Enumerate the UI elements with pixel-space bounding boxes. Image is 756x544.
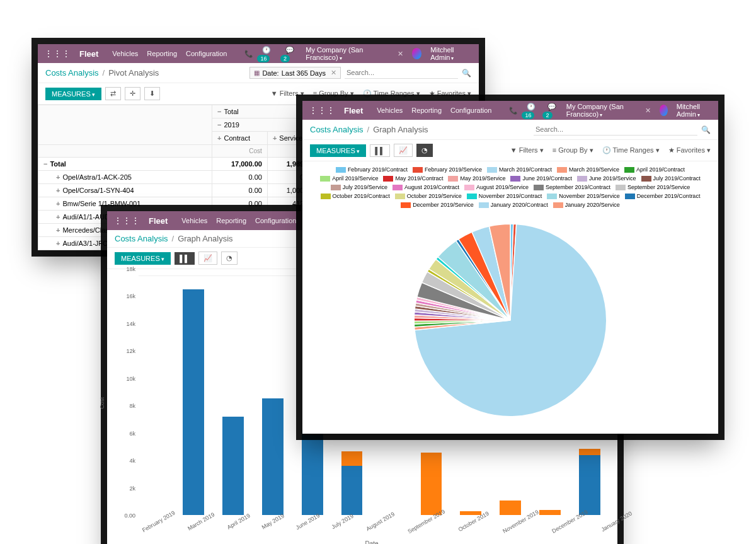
expand-button[interactable]: ✛ xyxy=(125,87,140,100)
y-axis: 0.002k4k6k8k10k12k14k16k18k xyxy=(113,275,135,522)
brand[interactable]: Fleet xyxy=(344,106,363,115)
favorites-menu[interactable]: ★ Favorites ▾ xyxy=(668,146,711,154)
nav-reporting[interactable]: Reporting xyxy=(147,50,177,57)
company-selector[interactable]: My Company (San Francisco)▾ xyxy=(566,103,636,118)
nav-configuration[interactable]: Configuration xyxy=(450,107,491,114)
search-input[interactable] xyxy=(534,124,697,136)
measures-button[interactable]: MEASURES xyxy=(310,144,366,157)
search-icon[interactable]: 🔍 xyxy=(701,125,711,134)
breadcrumb: Costs Analysis / Graph Analysis 🔍 xyxy=(302,120,718,140)
user-menu[interactable]: Mitchell Admin▾ xyxy=(430,46,472,61)
flip-axis-button[interactable]: ⇄ xyxy=(105,87,121,100)
legend-item[interactable]: December 2019/Service xyxy=(401,202,474,208)
controls-row: MEASURES ▌▌ 📈 ◔ ▼ Filters ▾ ≡ Group By ▾… xyxy=(302,140,718,161)
pie-chart-button[interactable]: ◔ xyxy=(221,252,238,265)
legend-item[interactable]: November 2019/Service xyxy=(547,193,620,199)
legend-item[interactable]: July 2019/Service xyxy=(331,184,387,190)
bar-group[interactable] xyxy=(258,276,288,515)
topbar: ⋮⋮⋮ Fleet Vehicles Reporting Configurati… xyxy=(38,44,479,63)
measures-button[interactable]: MEASURES xyxy=(115,252,171,265)
legend-item[interactable]: March 2019/Contract xyxy=(487,166,552,173)
pie-svg xyxy=(410,219,611,421)
search-icon[interactable]: 🔍 xyxy=(462,69,471,78)
groupby-menu[interactable]: ≡ Group By ▾ xyxy=(553,146,593,154)
clock-icon[interactable]: 🕐16 xyxy=(262,46,277,62)
close-icon[interactable]: ✕ xyxy=(398,50,403,58)
nav-reporting[interactable]: Reporting xyxy=(216,217,246,224)
bar-chart-button[interactable]: ▌▌ xyxy=(370,144,390,157)
nav-reporting[interactable]: Reporting xyxy=(411,107,442,114)
timeranges-menu[interactable]: 🕐 Time Ranges ▾ xyxy=(363,90,420,98)
pie-legend: February 2019/ContractFebruary 2019/Serv… xyxy=(302,161,718,213)
chat-icon[interactable]: 💬2 xyxy=(547,103,557,119)
calendar-icon: ▦ xyxy=(254,69,260,76)
legend-item[interactable]: February 2019/Service xyxy=(413,166,482,173)
line-chart-button[interactable]: 📈 xyxy=(198,252,217,265)
legend-item[interactable]: November 2019/Contract xyxy=(467,193,542,199)
breadcrumb-current: Pivot Analysis xyxy=(108,68,159,78)
legend-item[interactable]: May 2019/Service xyxy=(448,175,505,182)
legend-item[interactable]: August 2019/Service xyxy=(464,184,529,190)
legend-item[interactable]: July 2019/Contract xyxy=(641,175,701,182)
filters-menu[interactable]: ▼ Filters ▾ xyxy=(271,90,304,98)
close-icon[interactable]: ✕ xyxy=(645,107,651,115)
user-menu[interactable]: Mitchell Admin▾ xyxy=(677,103,712,118)
bar-chart-button[interactable]: ▌▌ xyxy=(175,252,195,265)
chip-remove-icon[interactable]: ✕ xyxy=(331,69,336,77)
filters-menu[interactable]: ▼ Filters ▾ xyxy=(510,146,544,154)
y-axis-label: Cost xyxy=(99,397,105,409)
x-axis: February 2019March 2019April 2019May 201… xyxy=(139,519,605,525)
breadcrumb-root[interactable]: Costs Analysis xyxy=(310,125,364,134)
legend-item[interactable]: September 2019/Contract xyxy=(534,184,610,190)
breadcrumb-current: Graph Analysis xyxy=(373,125,428,134)
nav-vehicles[interactable]: Vehicles xyxy=(112,50,138,57)
line-chart-button[interactable]: 📈 xyxy=(394,144,413,157)
legend-item[interactable]: February 2019/Contract xyxy=(336,166,408,173)
search-input[interactable] xyxy=(345,67,458,79)
nav-vehicles[interactable]: Vehicles xyxy=(377,107,403,114)
bar-group[interactable] xyxy=(218,276,248,515)
measures-button[interactable]: MEASURES xyxy=(45,88,101,100)
phone-icon[interactable]: 📞 xyxy=(244,50,253,58)
legend-item[interactable]: March 2019/Service xyxy=(557,166,619,173)
legend-item[interactable]: December 2019/Contract xyxy=(625,193,701,199)
brand[interactable]: Fleet xyxy=(149,216,168,226)
nav-configuration[interactable]: Configuration xyxy=(186,50,227,57)
favorites-menu[interactable]: ★ Favorites ▾ xyxy=(429,90,471,98)
phone-icon[interactable]: 📞 xyxy=(509,107,518,115)
company-selector[interactable]: My Company (San Francisco)▾ xyxy=(306,46,388,61)
apps-icon[interactable]: ⋮⋮⋮ xyxy=(44,49,71,59)
bar-group[interactable] xyxy=(139,276,169,515)
nav-vehicles[interactable]: Vehicles xyxy=(181,217,207,224)
legend-item[interactable]: September 2019/Service xyxy=(616,184,690,190)
legend-item[interactable]: January 2020/Contract xyxy=(479,202,548,208)
legend-item[interactable]: October 2019/Service xyxy=(395,193,462,199)
breadcrumb-root[interactable]: Costs Analysis xyxy=(115,234,168,243)
breadcrumb-root[interactable]: Costs Analysis xyxy=(45,68,99,78)
groupby-menu[interactable]: ≡ Group By ▾ xyxy=(313,90,354,98)
legend-item[interactable]: May 2019/Contract xyxy=(383,175,443,182)
apps-icon[interactable]: ⋮⋮⋮ xyxy=(113,216,140,226)
legend-item[interactable]: January 2020/Service xyxy=(553,202,620,208)
brand[interactable]: Fleet xyxy=(79,49,98,59)
chat-icon[interactable]: 💬2 xyxy=(285,46,297,62)
breadcrumb: Costs Analysis / Pivot Analysis ▦ Date: … xyxy=(38,63,479,83)
avatar[interactable] xyxy=(660,105,668,116)
avatar[interactable] xyxy=(412,48,422,59)
legend-item[interactable]: April 2019/Contract xyxy=(624,166,685,173)
nav-configuration[interactable]: Configuration xyxy=(255,217,296,224)
x-axis-label: Date xyxy=(139,540,605,544)
filter-chip-date[interactable]: ▦ Date: Last 365 Days ✕ xyxy=(249,67,341,79)
pie-chart-button[interactable]: ◔ xyxy=(416,144,433,157)
pie-chart-window: ⋮⋮⋮ Fleet Vehicles Reporting Configurati… xyxy=(302,101,718,434)
legend-item[interactable]: April 2019/Service xyxy=(320,175,378,182)
legend-item[interactable]: June 2019/Contract xyxy=(510,175,572,182)
legend-item[interactable]: October 2019/Contract xyxy=(321,193,390,199)
clock-icon[interactable]: 🕐16 xyxy=(527,103,539,119)
legend-item[interactable]: June 2019/Service xyxy=(577,175,636,182)
timeranges-menu[interactable]: 🕐 Time Ranges ▾ xyxy=(602,146,660,154)
apps-icon[interactable]: ⋮⋮⋮ xyxy=(309,105,335,115)
bar-group[interactable] xyxy=(178,276,209,515)
download-button[interactable]: ⬇ xyxy=(144,87,160,100)
legend-item[interactable]: August 2019/Contract xyxy=(392,184,459,190)
